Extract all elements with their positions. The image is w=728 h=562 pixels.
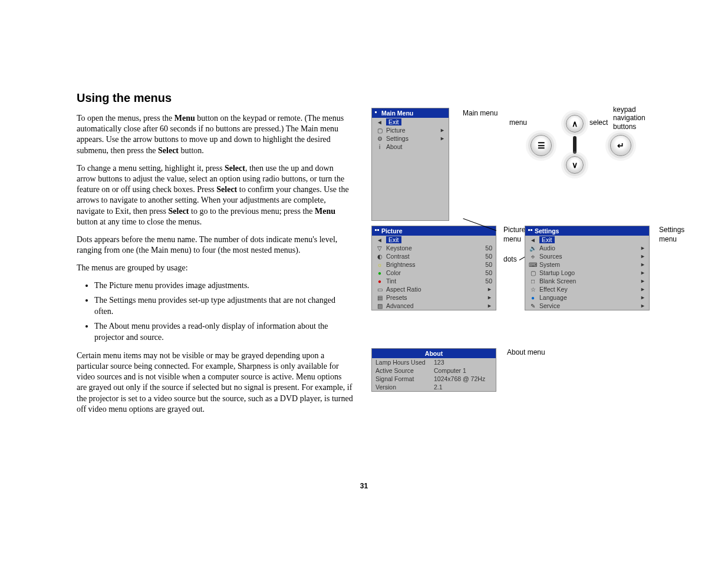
submenu-arrow-icon: ► bbox=[638, 262, 645, 267]
menu-item: ▢Startup Logo► bbox=[525, 269, 649, 277]
bullet-list: The Picture menu provides image adjustme… bbox=[77, 280, 354, 343]
menu-item-exit: ◄Exit bbox=[372, 236, 496, 244]
service-icon: ✎ bbox=[529, 303, 537, 309]
menu-item-label: About bbox=[384, 143, 445, 150]
menu-item-label: Contrast bbox=[384, 253, 475, 260]
contrast-icon: ◐ bbox=[375, 253, 384, 260]
submenu-arrow-icon: ► bbox=[485, 286, 492, 292]
menu-item-exit: ◄ Exit bbox=[372, 118, 449, 126]
menu-item-label: Audio bbox=[537, 244, 638, 252]
settings-icon: ⚙ bbox=[375, 135, 384, 142]
menu-item: □Blank Screen► bbox=[525, 277, 649, 285]
about-value: 1024x768 @ 72Hz bbox=[434, 375, 492, 382]
menu-item-label: Startup Logo bbox=[537, 269, 638, 276]
label-about-menu: About menu bbox=[507, 348, 545, 356]
blank-screen-icon: □ bbox=[529, 278, 537, 285]
menu-item-label: Exit bbox=[539, 236, 555, 243]
about-key: Version bbox=[375, 384, 434, 391]
menu-item-label: System bbox=[537, 261, 638, 268]
about-value: 123 bbox=[434, 359, 492, 366]
menu-item-label: Advanced bbox=[384, 302, 485, 309]
submenu-arrow-icon: ► bbox=[485, 295, 492, 300]
menu-item-label: Service bbox=[537, 302, 638, 309]
about-value: Computer 1 bbox=[434, 367, 492, 374]
menu-item: ⎆Sources► bbox=[525, 252, 649, 260]
menu-header: About bbox=[372, 349, 496, 358]
up-arrow-button-icon: ∧ bbox=[566, 115, 584, 133]
menu-item-label: Aspect Ratio bbox=[384, 286, 485, 293]
submenu-arrow-icon: ► bbox=[638, 253, 645, 259]
label-dots: dots bbox=[503, 255, 517, 263]
about-key: Lamp Hours Used bbox=[375, 359, 434, 366]
about-menu-diagram: About Lamp Hours Used123 Active SourceCo… bbox=[371, 348, 496, 392]
sources-icon: ⎆ bbox=[529, 253, 537, 260]
brightness-icon: ☼ bbox=[375, 262, 384, 268]
submenu-arrow-icon: ► bbox=[438, 127, 445, 133]
paragraph-2: To change a menu setting, highlight it, … bbox=[77, 163, 354, 227]
picture-menu-diagram: Picture ◄Exit ▽Keystone50 ◐Contrast50 ☼B… bbox=[371, 226, 496, 310]
text: button at any time to close the menus. bbox=[77, 217, 202, 226]
menu-header: Main Menu bbox=[372, 108, 449, 118]
list-item: The Picture menu provides image adjustme… bbox=[94, 280, 354, 292]
menu-item-label: Exit bbox=[386, 118, 401, 125]
page-number: 31 bbox=[0, 482, 728, 490]
menu-item-label: Tint bbox=[384, 277, 475, 285]
menu-item-value: 50 bbox=[475, 244, 492, 252]
bold-select: Select bbox=[169, 207, 189, 216]
submenu-arrow-icon: ► bbox=[638, 245, 645, 251]
menu-title: Main Menu bbox=[381, 110, 413, 117]
page-heading: Using the menus bbox=[77, 91, 354, 105]
menu-item: ⌨System► bbox=[525, 260, 649, 269]
menu-item-label: Language bbox=[537, 294, 638, 301]
effect-key-icon: ☆ bbox=[529, 286, 537, 293]
menu-item-label: Blank Screen bbox=[537, 277, 638, 285]
text: to go to the previous menu; press the bbox=[189, 207, 315, 216]
menu-item-exit: ◄Exit bbox=[525, 236, 649, 244]
bold-select: Select bbox=[158, 146, 179, 155]
settings-menu-diagram: Settings ◄Exit 🔊Audio► ⎆Sources► ⌨System… bbox=[525, 226, 650, 310]
label-settings-menu: Settings menu bbox=[659, 226, 691, 244]
system-icon: ⌨ bbox=[529, 262, 537, 268]
submenu-arrow-icon: ► bbox=[438, 135, 445, 141]
menu-item: ☆Effect Key► bbox=[525, 285, 649, 293]
about-value: 2.1 bbox=[434, 384, 492, 391]
menu-button-icon: ☰ bbox=[531, 135, 552, 156]
about-row: Signal Format1024x768 @ 72Hz bbox=[372, 375, 496, 383]
paragraph-5: Certain menu items may not be visible or… bbox=[77, 351, 354, 415]
tint-icon: ● bbox=[375, 278, 384, 285]
menu-item-label: Effect Key bbox=[537, 286, 638, 293]
bold-select: Select bbox=[225, 164, 245, 173]
text: To change a menu setting, highlight it, … bbox=[77, 164, 225, 173]
menu-item: ●Language► bbox=[525, 293, 649, 302]
about-key: Active Source bbox=[375, 367, 434, 374]
back-arrow-icon: ◄ bbox=[375, 237, 384, 243]
menu-title: Settings bbox=[535, 227, 559, 234]
about-row: Active SourceComputer 1 bbox=[372, 366, 496, 375]
main-menu-diagram: Main Menu ◄ Exit ▢Picture► ⚙Settings► iA… bbox=[371, 108, 449, 221]
paragraph-4: The menus are grouped by usage: bbox=[77, 263, 354, 273]
bold-menu: Menu bbox=[174, 114, 195, 123]
menu-item-value: 50 bbox=[475, 277, 492, 285]
menu-item: ☼Brightness50 bbox=[372, 260, 496, 269]
info-icon: i bbox=[375, 144, 384, 150]
about-row: Version2.1 bbox=[372, 383, 496, 391]
menu-item-value: 50 bbox=[475, 261, 492, 268]
menu-item: iAbout bbox=[372, 143, 449, 151]
menu-item-label: Keystone bbox=[384, 244, 475, 252]
submenu-arrow-icon: ► bbox=[638, 270, 645, 276]
menu-item-value: 50 bbox=[475, 253, 492, 260]
back-arrow-icon: ◄ bbox=[375, 119, 384, 125]
menu-item: ▭Aspect Ratio► bbox=[372, 285, 496, 293]
keypad-stem bbox=[573, 136, 577, 154]
presets-icon: ▤ bbox=[375, 295, 384, 301]
menu-header: Settings bbox=[525, 226, 649, 236]
select-button-icon: ↵ bbox=[610, 135, 631, 156]
aspect-ratio-icon: ▭ bbox=[375, 286, 384, 293]
menu-item-label: Color bbox=[384, 269, 475, 276]
menu-title: Picture bbox=[381, 227, 403, 234]
menu-item-value: 50 bbox=[475, 269, 492, 276]
advanced-icon: ▨ bbox=[375, 303, 384, 309]
submenu-arrow-icon: ► bbox=[638, 286, 645, 292]
text: To open the menus, press the bbox=[77, 114, 174, 123]
menu-item: ●Tint50 bbox=[372, 277, 496, 285]
